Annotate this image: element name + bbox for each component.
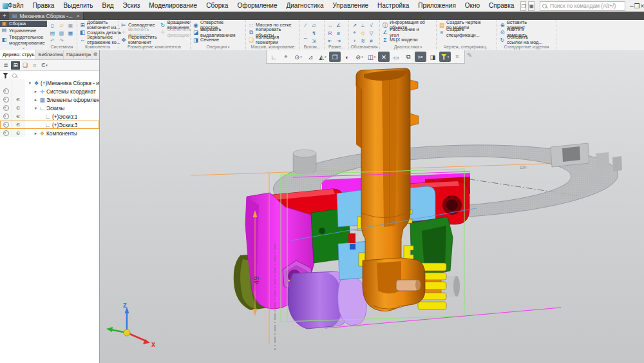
menu-item-3[interactable]: Вид [98,0,118,12]
section-view-button[interactable]: ◨ [427,52,439,62]
section-mark-icon[interactable]: Є [16,130,20,136]
visibility-eye-icon[interactable] [3,122,9,128]
update-links-button[interactable]: ↻Обновитьссылки на мод... [499,36,542,44]
zoom-button[interactable]: ⊙▾ [292,52,304,62]
note-leader-icon[interactable]: ↗ [351,22,358,28]
add-component-button[interactable]: ⊞Добавитькомпонент из... [79,21,121,29]
note-marker-icon[interactable]: ◇ [359,30,366,36]
menu-item-6[interactable]: Сборка [202,0,232,12]
part-small-red[interactable] [348,233,355,243]
menu-item-8[interactable]: Диагностика [281,0,328,12]
filter-button[interactable]: ▾ [439,52,451,62]
window-new-button[interactable]: ⧉ [402,52,414,62]
dim-radial-icon[interactable]: R [327,30,334,36]
add-document-button[interactable]: + [0,12,9,20]
rebuild-button[interactable]: ✕ [378,52,390,62]
menu-item-5[interactable]: Моделирование [144,0,202,12]
section-mark-icon[interactable]: Є [16,122,20,128]
tree-plain-button[interactable]: ≣ [1,61,10,70]
caret-down-icon[interactable]: ▾ [27,81,33,86]
placement-button[interactable]: ⌖ [280,52,292,62]
menu-item-10[interactable]: Настройка [373,0,413,12]
note-axis-icon[interactable]: + [351,37,358,44]
chevron-down-icon[interactable]: ▾ [419,45,422,49]
mirror-components-button[interactable]: ⇔Зеркальноеотражение ко... [79,36,121,44]
dim-angular-icon[interactable]: ∠ [335,22,342,28]
clip-button[interactable]: ✂ [415,52,426,62]
caret-right-icon[interactable]: ▸ [33,89,39,94]
select-area-button[interactable]: ⌗ [451,52,463,62]
note-tolerance-icon[interactable]: ⌖ [351,30,358,36]
aux-projection-icon[interactable]: ⇲ [310,37,317,44]
orientation-cube-button[interactable]: ❒ [329,52,341,62]
part-ring-tab[interactable] [596,152,610,172]
move-component-button[interactable]: ✥Переместитькомпонент [120,36,157,44]
visibility-eye-icon[interactable] [3,130,9,136]
tree-row--Механика-Сборка-изд-420-комп[interactable]: ▾❖(+)Механика Сборка - изд. 420 (комп [0,79,99,87]
visibility-eye-icon[interactable] [3,113,9,119]
part-ring-tab2[interactable] [612,156,622,172]
measure-distance-button[interactable]: ∠Расстояние иугол [382,29,425,37]
part-small-blue[interactable] [350,244,355,250]
tree-relations-button[interactable]: ❏ [21,61,30,70]
menu-item-13[interactable]: Справка [484,0,518,12]
menu-item-9[interactable]: Управление [328,0,373,12]
tree-row-Элементы-оформления[interactable]: Є▸▦Элементы оформления [0,95,99,104]
measure-button[interactable]: ⊿ [305,52,316,62]
section-button[interactable]: ◨Сечение [193,36,236,44]
window-button[interactable]: ▭ [390,52,402,62]
aux-plane-icon[interactable]: ▱ [310,22,317,28]
tabbed-window-icon[interactable]: ▣ [528,1,535,11]
aux-point-icon[interactable]: · [302,30,309,36]
menu-item-4[interactable]: Эскиз [118,0,145,12]
tree-row-Компоненты[interactable]: Є▸❖Компоненты [0,129,99,137]
mode-tab-1[interactable]: ▤Управление [0,27,47,34]
section-mark-icon[interactable]: Є [16,113,20,119]
part-pin-tan[interactable] [396,280,421,291]
document-tab[interactable]: ▤ Механика Сборка -... × [9,12,84,20]
caret-right-icon[interactable]: ▸ [33,131,39,136]
note-center-icon[interactable]: # [368,37,375,44]
tree-area-button[interactable]: ⌗ [30,61,39,70]
aux-spiral-icon[interactable]: ↯ [310,30,317,36]
display-mode-button[interactable]: ◫▾ [366,52,377,62]
close-button[interactable]: × [641,1,644,11]
tree-row--Эскиз-3[interactable]: Є∟(+)Эскиз:3 [0,121,99,129]
assembly-model[interactable]: 49 120 Z X [100,50,644,363]
tree-row-Системы-координат[interactable]: ▸✛Системы координат [0,87,99,95]
print-icon[interactable]: ▤ [49,30,56,36]
dim-linear-icon[interactable]: ↔ [327,22,334,28]
menu-item-1[interactable]: Правка [28,0,59,12]
viewport[interactable]: 49 120 Z X ∟⌖⊙▾⊿◭▾❒◐⊘▾◫▾✕▭⧉✂◨▾⌗ ✎ [100,50,644,363]
note-position-icon[interactable]: ▽ [368,30,375,36]
minimize-button[interactable]: – [630,1,634,11]
aux-curve-icon[interactable]: ⌒ [302,37,309,44]
note-thread-icon[interactable]: ≋ [359,37,366,44]
restore-button[interactable]: ❐ [634,1,640,11]
section-mark-icon[interactable]: Є [16,105,20,111]
display-sphere-button[interactable]: ◐ [341,52,353,62]
chevron-down-icon[interactable]: ▾ [227,45,229,49]
visibility-eye-icon[interactable] [3,88,9,94]
close-tab-icon[interactable]: × [77,13,80,19]
undo-icon[interactable]: ↶ [49,37,56,44]
open-icon[interactable]: ▱ [58,22,65,28]
ribbon-collapse-chevron[interactable]: ⌄ [0,44,47,50]
single-window-icon[interactable]: ❒ [520,1,526,11]
part-ring-stud[interactable] [293,150,316,174]
menu-item-12[interactable]: Окно [460,0,484,12]
mode-tab-0[interactable]: ▣Сборка [0,21,47,27]
caret-right-icon[interactable]: ▸ [33,97,39,103]
sketch-filter-button[interactable]: Є▾ [40,61,49,70]
command-search[interactable] [540,1,625,11]
visibility-eye-icon[interactable] [3,105,9,111]
pencil-icon[interactable]: ✎ [467,52,472,59]
save-icon[interactable]: ▣ [67,22,74,28]
dim-diameter-icon[interactable]: ⌀ [335,30,342,36]
sketch-mode-button[interactable]: ∟ [268,52,279,62]
filter-icon[interactable] [3,73,8,79]
menu-item-2[interactable]: Выделить [59,0,97,12]
new-doc-icon[interactable]: ▯ [49,22,56,28]
note-datum-icon[interactable]: ⊥ [359,22,366,28]
note-roughness-icon[interactable]: √ [368,22,375,28]
